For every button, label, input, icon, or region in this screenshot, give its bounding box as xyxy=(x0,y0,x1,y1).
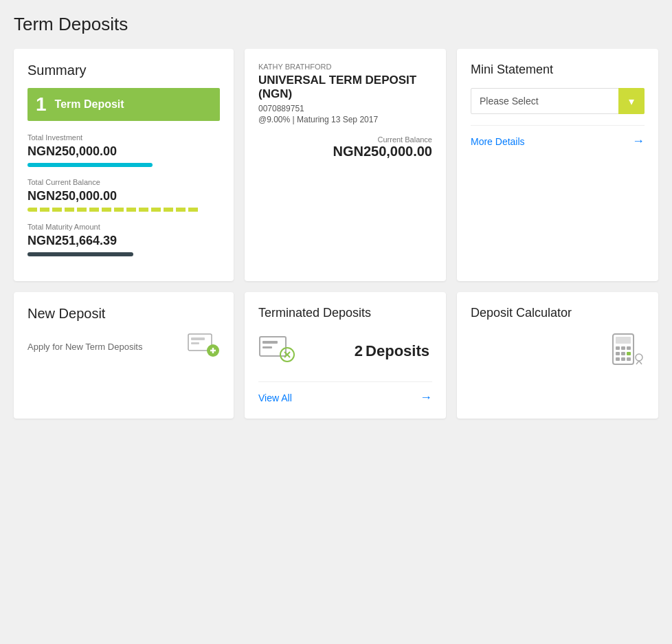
deposit-count-suffix: Deposits xyxy=(366,342,429,359)
investment-value: NGN250,000.00 xyxy=(27,144,220,159)
svg-rect-7 xyxy=(616,337,631,344)
svg-rect-9 xyxy=(621,346,625,350)
current-balance-label: Total Current Balance xyxy=(27,178,220,186)
mini-statement-select-wrapper: Please Select xyxy=(471,88,645,114)
mini-statement-heading: Mini Statement xyxy=(471,63,645,77)
td-rate-maturity: @9.00% | Maturing 13 Sep 2017 xyxy=(258,115,432,124)
svg-rect-22 xyxy=(191,342,199,344)
total-investment-section: Total Investment NGN250,000.00 xyxy=(27,133,220,167)
td-balance-label: Current Balance xyxy=(258,135,432,144)
more-details-link[interactable]: More Details → xyxy=(471,125,645,148)
investment-bar xyxy=(27,163,153,167)
maturity-label: Total Maturity Amount xyxy=(27,223,220,231)
svg-point-17 xyxy=(636,354,642,361)
td-account-number: 0070889751 xyxy=(258,104,432,113)
summary-heading: Summary xyxy=(27,63,220,78)
maturity-bar xyxy=(27,252,133,256)
page-title: Term Deposits xyxy=(14,14,658,35)
td-customer-name: KATHY BRATHFORD xyxy=(258,63,432,71)
svg-rect-21 xyxy=(191,337,205,340)
new-deposit-heading: New Deposit xyxy=(27,306,220,322)
summary-card: Summary 1 Term Deposit Total Investment … xyxy=(14,49,234,281)
svg-rect-1 xyxy=(262,341,278,344)
current-balance-section: Total Current Balance NGN250,000.00 xyxy=(27,178,220,212)
current-balance-bar xyxy=(27,208,201,212)
td-balance-section: Current Balance NGN250,000.00 xyxy=(258,135,432,159)
svg-line-18 xyxy=(636,361,639,364)
investment-label: Total Investment xyxy=(27,133,220,142)
svg-rect-10 xyxy=(627,346,631,350)
maturity-section: Total Maturity Amount NGN251,664.39 xyxy=(27,223,220,256)
terminated-content: 2Deposits xyxy=(258,331,432,370)
view-all-label: View All xyxy=(258,392,292,403)
new-deposit-content: Apply for New Term Deposits xyxy=(27,330,220,363)
term-deposit-detail-card: KATHY BRATHFORD UNIVERSAL TERM DEPOSIT (… xyxy=(245,49,446,281)
td-balance-value: NGN250,000.00 xyxy=(258,144,432,159)
terminated-heading: Terminated Deposits xyxy=(258,306,432,320)
svg-rect-14 xyxy=(616,357,620,361)
terminated-icon xyxy=(258,331,297,370)
svg-rect-13 xyxy=(627,352,631,355)
td-product-name: UNIVERSAL TERM DEPOSIT (NGN) xyxy=(258,74,432,101)
current-balance-value: NGN250,000.00 xyxy=(27,189,220,203)
terminated-deposits-card: Terminated Deposits 2Deposits View All → xyxy=(245,292,446,419)
new-deposit-card[interactable]: New Deposit Apply for New Term Deposits xyxy=(14,292,234,419)
svg-line-19 xyxy=(639,361,642,364)
term-deposit-badge: 1 Term Deposit xyxy=(27,88,220,121)
view-all-arrow-icon: → xyxy=(420,390,432,405)
deposit-count-number: 2 xyxy=(355,342,363,359)
arrow-right-icon: → xyxy=(632,134,645,148)
maturity-value: NGN251,664.39 xyxy=(27,234,220,248)
deposit-calc-heading: Deposit Calculator xyxy=(471,306,645,320)
more-details-label: More Details xyxy=(471,136,525,147)
svg-rect-2 xyxy=(262,346,272,348)
deposit-count: 2Deposits xyxy=(355,342,432,360)
svg-rect-16 xyxy=(627,357,631,361)
badge-number: 1 xyxy=(36,93,47,115)
mini-statement-select[interactable]: Please Select xyxy=(471,88,645,114)
deposit-calculator-card: Deposit Calculator xyxy=(457,292,658,419)
view-all-link[interactable]: View All → xyxy=(258,381,432,405)
svg-rect-11 xyxy=(616,352,620,355)
calculator-icon xyxy=(471,331,645,370)
svg-rect-12 xyxy=(621,352,625,355)
new-deposit-label: Apply for New Term Deposits xyxy=(27,342,142,352)
badge-label: Term Deposit xyxy=(55,98,124,111)
mini-statement-card: Mini Statement Please Select More Detail… xyxy=(457,49,658,281)
svg-rect-8 xyxy=(616,346,620,350)
svg-rect-15 xyxy=(621,357,625,361)
new-deposit-icon xyxy=(187,330,220,363)
